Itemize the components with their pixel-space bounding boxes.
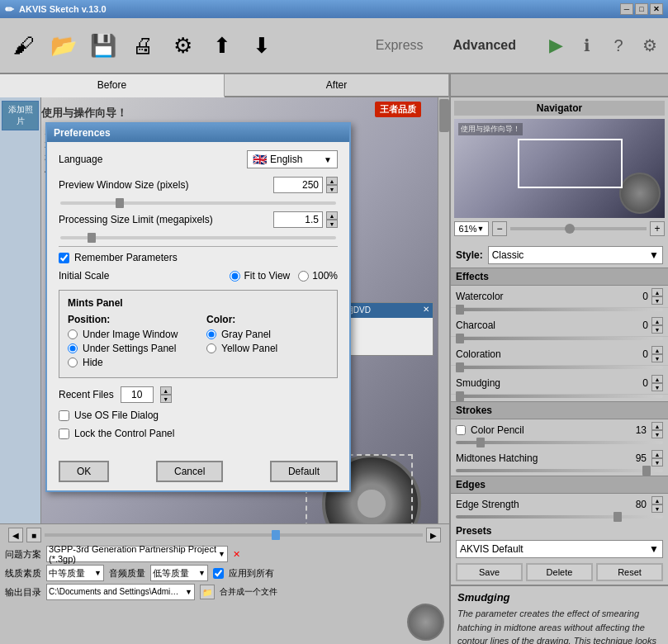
color-pencil-spin-up[interactable]: ▲: [651, 422, 663, 430]
remember-checkbox[interactable]: [59, 253, 69, 263]
playback-slider[interactable]: [45, 533, 423, 537]
download-tool-button[interactable]: ⬇: [244, 24, 279, 67]
midtones-spin-down[interactable]: ▼: [651, 458, 663, 466]
save-tool-button[interactable]: 💾: [86, 24, 121, 67]
preview-size-input[interactable]: [273, 177, 323, 193]
gray-panel-option[interactable]: Gray Panel: [206, 329, 329, 340]
toolbar: 🖌 📂 💾 🖨 ⚙ ⬆ ⬇ Express Advanced ▶ ℹ ? ⚙: [0, 18, 668, 74]
processing-spin-down[interactable]: ▼: [326, 220, 338, 228]
close-button[interactable]: ✕: [650, 3, 663, 15]
recent-files-input[interactable]: [121, 386, 154, 403]
output-path-select[interactable]: C:\Documents and Settings\Administrator\…: [46, 584, 195, 600]
style-row: Style: Classic ▼: [451, 243, 668, 268]
preview-spin-up[interactable]: ▲: [326, 177, 338, 185]
color-pencil-slider[interactable]: [456, 441, 663, 444]
coloration-value: 0: [618, 348, 648, 360]
print-tool-button[interactable]: 🖨: [126, 24, 160, 67]
under-image-radio[interactable]: [68, 329, 78, 339]
watercolor-spin-up[interactable]: ▲: [651, 288, 663, 296]
quality-select[interactable]: 中等质量 ▼: [46, 565, 104, 581]
under-image-option[interactable]: Under Image Window: [68, 329, 190, 340]
watercolor-slider[interactable]: [456, 308, 663, 311]
upload-tool-button[interactable]: ⬆: [205, 24, 239, 67]
add-photo-button[interactable]: 添加照片: [2, 101, 39, 130]
close-dialog-icon[interactable]: ✕: [233, 549, 240, 560]
apply-all-checkbox[interactable]: [213, 568, 224, 579]
processing-size-input[interactable]: [273, 211, 323, 228]
default-button[interactable]: Default: [270, 461, 338, 482]
stop-button[interactable]: ■: [26, 528, 41, 542]
run-button[interactable]: ▶: [544, 34, 567, 57]
color-pencil-checkbox[interactable]: [456, 425, 466, 435]
hundred-percent-radio[interactable]: [298, 271, 309, 282]
lock-panel-checkbox[interactable]: [59, 429, 69, 439]
yellow-panel-radio[interactable]: [206, 343, 216, 353]
charcoal-slider[interactable]: [456, 337, 663, 340]
help-button[interactable]: ?: [607, 34, 630, 57]
browse-button[interactable]: 📁: [200, 585, 215, 599]
after-tab[interactable]: After: [225, 74, 449, 97]
zoom-dropdown-arrow-icon[interactable]: ▼: [477, 225, 485, 233]
edge-strength-spin-down[interactable]: ▼: [651, 504, 663, 513]
hundred-percent-option[interactable]: 100%: [298, 270, 338, 282]
fit-to-view-radio[interactable]: [230, 271, 240, 282]
smudging-spin-up[interactable]: ▲: [651, 375, 663, 383]
under-settings-radio[interactable]: [68, 343, 78, 353]
format-select[interactable]: 3GPP-3rd Generation Partnership Project …: [46, 546, 228, 562]
minimize-button[interactable]: ─: [620, 3, 633, 15]
watercolor-spin-down[interactable]: ▼: [651, 296, 663, 305]
settings-tool-button[interactable]: ⚙: [165, 24, 200, 67]
processing-size-label: Processing Size Limit (megapixels): [59, 214, 273, 225]
audio-quality-select[interactable]: 低等质量 ▼: [150, 565, 208, 581]
yellow-panel-option[interactable]: Yellow Panel: [206, 343, 329, 354]
preferences-button[interactable]: ⚙: [638, 34, 661, 57]
presets-select[interactable]: AKVIS Default ▼: [456, 540, 663, 558]
flag-icon: 🇬🇧: [253, 153, 267, 166]
delete-preset-button[interactable]: Delete: [526, 563, 593, 581]
hide-option[interactable]: Hide: [68, 357, 190, 368]
gray-panel-radio[interactable]: [206, 329, 216, 339]
reset-preset-button[interactable]: Reset: [596, 563, 663, 581]
charcoal-spin-up[interactable]: ▲: [651, 317, 663, 325]
os-dialog-checkbox[interactable]: [59, 410, 69, 421]
toolbar-right-icons: ▶ ℹ ? ⚙: [544, 34, 661, 57]
before-tab[interactable]: Before: [0, 74, 225, 97]
midtones-spin-up[interactable]: ▲: [651, 450, 663, 458]
zoom-slider[interactable]: [510, 227, 647, 230]
midtones-slider[interactable]: [456, 469, 663, 472]
processing-spin-up[interactable]: ▲: [326, 211, 338, 220]
open-tool-button[interactable]: 📂: [46, 24, 81, 67]
ok-button[interactable]: OK: [59, 461, 109, 482]
preview-spin-down[interactable]: ▼: [326, 185, 338, 193]
nav-selection-box[interactable]: [518, 139, 623, 188]
charcoal-spin-down[interactable]: ▼: [651, 325, 663, 334]
advanced-mode-tab[interactable]: Advanced: [447, 35, 523, 56]
coloration-spin-down[interactable]: ▼: [651, 354, 663, 362]
recent-spin-up[interactable]: ▲: [160, 386, 172, 395]
language-select[interactable]: 🇬🇧 English ▼: [247, 150, 338, 168]
zoom-in-button[interactable]: +: [650, 221, 665, 236]
hide-radio[interactable]: [68, 358, 78, 367]
recent-spin-down[interactable]: ▼: [160, 395, 172, 403]
edge-strength-slider[interactable]: [456, 515, 663, 519]
coloration-spin-up[interactable]: ▲: [651, 346, 663, 354]
play-button[interactable]: ◀: [8, 528, 23, 542]
ffwd-button[interactable]: ▶: [426, 528, 441, 542]
zoom-out-button[interactable]: −: [492, 221, 507, 236]
fit-to-view-option[interactable]: Fit to View: [230, 270, 290, 282]
express-mode-tab[interactable]: Express: [369, 35, 430, 56]
info-button[interactable]: ℹ: [576, 34, 599, 57]
maximize-button[interactable]: □: [635, 3, 648, 15]
brush-tool-button[interactable]: 🖌: [7, 24, 41, 67]
save-preset-button[interactable]: Save: [456, 563, 523, 581]
smudging-spin-down[interactable]: ▼: [651, 383, 663, 391]
color-pencil-spin-down[interactable]: ▼: [651, 430, 663, 438]
coloration-slider[interactable]: [456, 366, 663, 369]
smudging-slider[interactable]: [456, 395, 663, 398]
under-settings-option[interactable]: Under Settings Panel: [68, 343, 190, 354]
edge-strength-spin-up[interactable]: ▲: [651, 496, 663, 504]
cn-label-3: 输出目录: [5, 586, 41, 599]
cancel-button[interactable]: Cancel: [156, 461, 223, 482]
vertical-scrollbar[interactable]: [438, 97, 449, 570]
style-select[interactable]: Classic ▼: [488, 246, 663, 264]
